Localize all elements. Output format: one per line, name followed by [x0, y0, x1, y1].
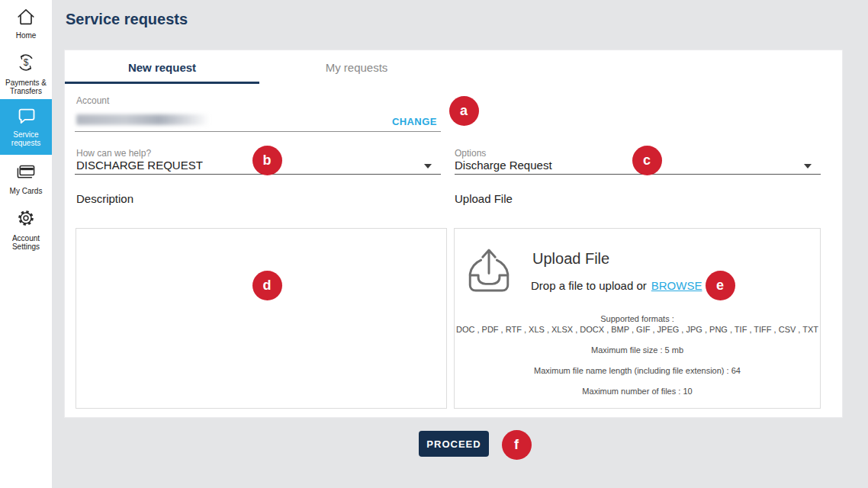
- chevron-down-icon: [424, 164, 432, 169]
- sidebar-item-account-settings[interactable]: Account Settings: [0, 207, 52, 251]
- max-files: Maximum number of files : 10: [455, 387, 820, 396]
- annotation-b: b: [252, 146, 282, 175]
- upload-heading: Upload File: [455, 192, 513, 205]
- tab-new-request[interactable]: New request: [65, 50, 259, 84]
- sidebar-item-label: Service requests: [0, 130, 52, 147]
- tab-my-requests[interactable]: My requests: [259, 50, 454, 84]
- chevron-down-icon: [804, 164, 812, 169]
- annotation-d: d: [252, 271, 282, 300]
- upload-drop-text: Drop a file to upload orBROWSE: [531, 279, 702, 292]
- sidebar-item-payments-transfers[interactable]: $ Payments & Transfers: [0, 52, 52, 95]
- drop-text: Drop a file to upload or: [531, 279, 647, 292]
- sidebar-item-service-requests[interactable]: Service requests: [0, 99, 52, 155]
- service-requests-icon: [0, 107, 52, 128]
- home-icon: [0, 8, 52, 29]
- sidebar-item-label: Payments & Transfers: [0, 79, 52, 95]
- browse-link[interactable]: BROWSE: [651, 279, 702, 292]
- supported-formats-list: DOC , PDF , RTF , XLS , XLSX , DOCX , BM…: [455, 325, 820, 334]
- annotation-c: c: [632, 146, 662, 175]
- annotation-e: e: [706, 271, 735, 300]
- upload-file-icon: [464, 242, 514, 302]
- payments-transfers-icon: $: [0, 52, 52, 76]
- help-value: DISCHARGE REQUEST: [76, 159, 203, 172]
- upload-box-title: Upload File: [532, 250, 609, 268]
- annotation-f: f: [502, 430, 532, 460]
- description-textarea[interactable]: [76, 228, 447, 409]
- account-label: Account: [76, 95, 109, 106]
- sidebar-item-label: My Cards: [0, 187, 52, 195]
- max-file-size: Maximum file size : 5 mb: [455, 345, 820, 355]
- sidebar-item-my-cards[interactable]: My Cards: [0, 163, 52, 195]
- my-cards-icon: [0, 163, 52, 185]
- account-underline: [75, 131, 441, 132]
- help-label: How can we help?: [76, 148, 151, 159]
- change-account-link[interactable]: CHANGE: [392, 116, 437, 127]
- help-underline: [75, 174, 441, 175]
- options-underline: [455, 174, 821, 175]
- account-value-redacted: [76, 114, 215, 125]
- svg-text:$: $: [24, 57, 29, 68]
- max-name-length: Maximum file name length (including file…: [455, 366, 820, 375]
- annotation-a: a: [449, 96, 479, 126]
- tab-bar: New request My requests: [65, 50, 454, 84]
- proceed-button[interactable]: PROCEED: [419, 431, 489, 457]
- account-settings-icon: [0, 207, 52, 232]
- description-heading: Description: [76, 192, 133, 205]
- options-label: Options: [455, 148, 486, 159]
- sidebar: Home $ Payments & Transfers Service requ…: [0, 0, 52, 488]
- upload-dropzone[interactable]: Upload File Drop a file to upload orBROW…: [454, 228, 821, 409]
- options-value: Discharge Request: [455, 159, 552, 172]
- sidebar-item-label: Home: [0, 31, 52, 40]
- sidebar-item-label: Account Settings: [0, 234, 52, 251]
- sidebar-item-home[interactable]: Home: [0, 8, 52, 40]
- page-title: Service requests: [66, 11, 188, 28]
- supported-formats-label: Supported formats :: [455, 314, 820, 323]
